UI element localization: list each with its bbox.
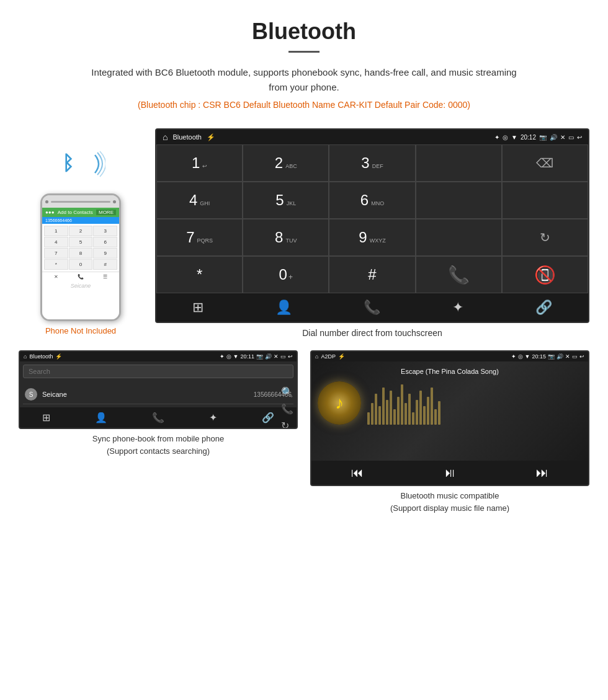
key-4[interactable]: 4GHI xyxy=(156,182,243,219)
viz-bar-15 xyxy=(419,391,422,425)
viz-bar-20 xyxy=(438,401,440,425)
phone-key-3[interactable]: 3 xyxy=(93,226,117,236)
nav-contacts-btn[interactable]: 👤 xyxy=(275,299,292,316)
viz-bar-19 xyxy=(434,409,437,425)
music-usb-icon: ⚡ xyxy=(338,353,345,360)
phone-dialpad: 1 2 3 4 5 6 7 8 9 * 0 # xyxy=(42,224,119,272)
viz-bar-9 xyxy=(397,397,400,425)
album-art: ♪ xyxy=(318,381,361,425)
key-9[interactable]: 9WXYZ xyxy=(329,219,415,256)
backspace-key[interactable]: ⌫ xyxy=(502,144,588,182)
viz-bar-18 xyxy=(431,388,433,425)
camera-icon: 📷 xyxy=(539,134,547,141)
key-0[interactable]: 0+ xyxy=(243,256,329,293)
pb-nav-link[interactable]: 🔗 xyxy=(262,412,274,423)
viz-bar-4 xyxy=(378,406,381,425)
key-6[interactable]: 6MNO xyxy=(329,182,415,219)
music-visualizer xyxy=(367,381,582,425)
page-title: Bluetooth xyxy=(12,19,596,45)
key-7[interactable]: 7PQRS xyxy=(156,219,243,256)
dialpad-empty-4 xyxy=(416,219,502,256)
key-star[interactable]: * xyxy=(156,256,243,293)
nav-bluetooth-btn[interactable]: ✦ xyxy=(452,299,463,316)
bluetooth-icon-area: ᛒ xyxy=(56,147,105,184)
phone-key-4[interactable]: 4 xyxy=(44,237,68,247)
prev-button[interactable]: ⏮ xyxy=(351,466,364,480)
nav-phone-btn[interactable]: 📞 xyxy=(364,299,380,316)
phone-not-included-label: Phone Not Included xyxy=(45,326,116,335)
phone-key-8[interactable]: 8 xyxy=(69,248,93,259)
nav-link-btn[interactable]: 🔗 xyxy=(535,299,552,316)
main-statusbar: ⌂ Bluetooth ⚡ ✦ ◎ ▼ 20:12 📷 🔊 ✕ ▭ ↩ xyxy=(156,130,588,144)
viz-bar-8 xyxy=(393,409,396,425)
pb-back-icon[interactable]: ↩ xyxy=(288,353,293,360)
phonebook-content: S Seicane 13566664466 xyxy=(20,361,297,407)
key-8[interactable]: 8TUV xyxy=(243,219,329,256)
music-time: 20:15 xyxy=(532,353,546,360)
search-side-icon[interactable]: 🔍 xyxy=(281,386,293,398)
refresh-side-icon[interactable]: ↻ xyxy=(281,420,293,429)
viz-bar-11 xyxy=(405,403,407,425)
bt-status-icon: ✦ xyxy=(494,134,499,141)
pb-bt-icon: ✦ xyxy=(220,353,225,360)
key-hash[interactable]: # xyxy=(329,256,415,293)
music-back-icon[interactable]: ↩ xyxy=(579,353,584,360)
phone-key-hash[interactable]: # xyxy=(93,259,117,270)
large-car-screen: ⌂ Bluetooth ⚡ ✦ ◎ ▼ 20:12 📷 🔊 ✕ ▭ ↩ xyxy=(155,128,589,347)
pb-nav-dialpad[interactable]: ⊞ xyxy=(42,412,50,423)
phonebook-search-input[interactable] xyxy=(23,365,293,378)
music-note-icon: ♪ xyxy=(335,393,344,413)
dialpad-container: 1↩ 2ABC 3DEF ⌫ 4GHI 5JKL xyxy=(156,144,588,293)
pb-location-icon: ◎ xyxy=(226,353,231,360)
music-art-area: ♪ xyxy=(318,381,582,425)
phone-screen: ●●●Add to ContactsMORE 13566664466 1 2 3… xyxy=(42,208,119,319)
call-red-key[interactable]: 📵 xyxy=(502,256,588,293)
key-1[interactable]: 1↩ xyxy=(156,144,243,182)
call-green-key[interactable]: 📞 xyxy=(416,256,502,293)
home-icon[interactable]: ⌂ xyxy=(163,132,168,142)
music-statusbar: ⌂ A2DP ⚡ ✦ ◎ ▼ 20:15 📷 🔊 ✕ ▭ ↩ xyxy=(311,352,588,361)
pb-camera-icon: 📷 xyxy=(256,353,263,360)
music-statusbar-right: ✦ ◎ ▼ 20:15 📷 🔊 ✕ ▭ ↩ xyxy=(511,353,584,360)
phone-key-2[interactable]: 2 xyxy=(69,226,93,236)
pb-app-name: Bluetooth xyxy=(29,353,53,360)
phone-mockup: ●●●Add to ContactsMORE 13566664466 1 2 3… xyxy=(40,193,121,321)
refresh-key[interactable]: ↻ xyxy=(502,219,588,256)
phone-key-5[interactable]: 5 xyxy=(69,237,93,247)
phone-key-1[interactable]: 1 xyxy=(44,226,68,236)
phone-key-6[interactable]: 6 xyxy=(93,237,117,247)
music-vol-icon: 🔊 xyxy=(557,353,563,360)
pb-nav-bt[interactable]: ✦ xyxy=(209,412,217,423)
key-2[interactable]: 2ABC xyxy=(243,144,329,182)
nav-dialpad-btn[interactable]: ⊞ xyxy=(192,299,203,316)
bluetooth-symbol: ᛒ xyxy=(62,152,74,175)
call-side-icon[interactable]: 📞 xyxy=(281,403,293,415)
key-3[interactable]: 3DEF xyxy=(329,144,415,182)
phone-green-bar: ●●●Add to ContactsMORE xyxy=(42,208,119,217)
pb-time: 20:11 xyxy=(240,353,254,360)
phone-key-9[interactable]: 9 xyxy=(93,248,117,259)
phone-key-0[interactable]: 0 xyxy=(69,259,93,270)
viz-bar-17 xyxy=(427,397,429,425)
viz-bar-13 xyxy=(412,412,414,425)
pb-nav-contacts[interactable]: 👤 xyxy=(95,412,107,423)
phone-key-7[interactable]: 7 xyxy=(44,248,68,259)
play-pause-button[interactable]: ⏯ xyxy=(444,466,456,480)
viz-bar-3 xyxy=(375,394,377,425)
music-signal-icon: ▼ xyxy=(525,353,530,360)
dialpad-empty-3 xyxy=(502,182,588,219)
phone-back-btn: ✕ xyxy=(54,274,58,280)
back-icon[interactable]: ↩ xyxy=(577,134,582,141)
usb-icon: ⚡ xyxy=(207,133,215,141)
statusbar-app-name: Bluetooth xyxy=(172,133,201,141)
pb-statusbar-right: ✦ ◎ ▼ 20:11 📷 🔊 ✕ ▭ ↩ xyxy=(220,353,293,360)
music-content: Escape (The Pina Colada Song) ♪ xyxy=(311,361,588,461)
phone-key-star[interactable]: * xyxy=(44,259,68,270)
phone-speaker-dot xyxy=(113,200,116,203)
viz-bar-6 xyxy=(386,400,388,425)
backspace-icon: ⌫ xyxy=(536,156,553,171)
pb-nav-phone[interactable]: 📞 xyxy=(152,412,164,423)
key-5[interactable]: 5JKL xyxy=(243,182,329,219)
next-button[interactable]: ⏭ xyxy=(536,466,548,480)
phone-call-btn[interactable]: 📞 xyxy=(78,274,84,280)
